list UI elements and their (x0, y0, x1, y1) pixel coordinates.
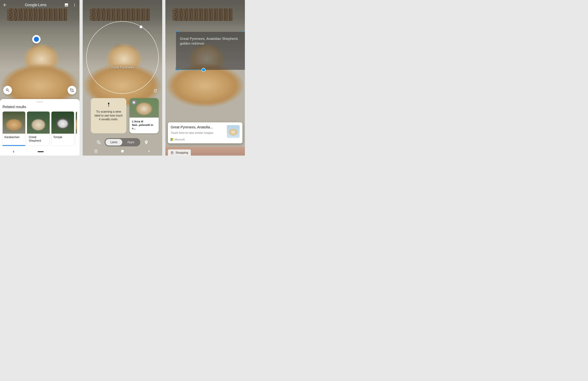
detection-text: Great Pyrenees, Anatolian Shepherd, gold… (176, 32, 245, 51)
nav-back-icon[interactable] (147, 149, 151, 154)
svg-point-1 (74, 5, 75, 5)
top-bar: Google Lens (0, 0, 80, 10)
result-label: Tornjak (51, 134, 74, 142)
results-sheet[interactable]: Related results Karakachan Greek Shepher… (0, 99, 80, 148)
detection-marker[interactable] (32, 35, 41, 44)
result-label: Karakachan (3, 134, 25, 142)
nav-home-pill[interactable] (38, 151, 44, 152)
result-label: Greek Shepherd (27, 134, 50, 146)
svg-point-2 (74, 6, 75, 6)
screen-bing-visual: Great Pyrenees, Anatolian Shepherd, gold… (165, 0, 245, 156)
mode-bar: Lens Apps (83, 138, 162, 146)
result-card[interactable]: Karakachan (2, 112, 25, 146)
app-title: Google Lens (25, 3, 47, 7)
cards-row: Try scanning a wine label to see how muc… (91, 98, 159, 133)
image-badge-icon (131, 100, 137, 105)
detected-label: Great Pyrenees (111, 66, 134, 69)
svg-point-0 (74, 3, 75, 4)
wine-glass-icon (107, 102, 110, 107)
tab-apps[interactable]: Apps (122, 139, 139, 146)
nav-recents-icon[interactable] (93, 149, 98, 154)
result-thumb (51, 112, 74, 134)
screen-google-lens: Google Lens Related results Karakachan (0, 0, 80, 156)
microsoft-logo-icon (171, 138, 173, 141)
translate-icon[interactable] (95, 140, 103, 145)
search-button[interactable] (3, 86, 12, 95)
svg-rect-3 (121, 150, 124, 152)
result-thumb (27, 112, 50, 134)
result-title: L'Arca di Noè...pelosetti in c... (129, 118, 159, 133)
location-icon[interactable] (142, 140, 150, 145)
back-icon[interactable] (2, 2, 7, 7)
result-thumb (76, 112, 77, 134)
circle-handle[interactable] (140, 25, 142, 28)
chip-label: Shopping (175, 151, 188, 155)
detection-box[interactable]: Great Pyrenees, Anatolian Shepherd, gold… (176, 32, 245, 70)
mode-segment: Lens Apps (105, 138, 140, 146)
card-source: Microsoft (171, 138, 224, 141)
refresh-icon[interactable] (153, 89, 158, 93)
tip-text: Try scanning a wine label to see how muc… (94, 110, 123, 121)
crop-button[interactable] (67, 86, 76, 95)
gallery-icon[interactable] (64, 2, 69, 7)
result-card[interactable]: Greek Shepherd (27, 112, 50, 146)
shopping-chip[interactable]: Shopping (168, 149, 191, 156)
nav-home-icon[interactable] (120, 149, 125, 154)
tip-card[interactable]: Try scanning a wine label to see how muc… (91, 98, 126, 133)
overflow-icon[interactable] (72, 2, 77, 7)
tab-lens[interactable]: Lens (105, 139, 122, 146)
card-subtitle: Touch here to view similar images. (171, 131, 224, 135)
visual-result-card[interactable]: L'Arca di Noè...pelosetti in c... (129, 98, 159, 133)
android-nav-bar (0, 148, 80, 156)
card-title: Great Pyrenees, Anatolia... (171, 125, 224, 129)
result-card[interactable]: Tornjak (51, 112, 74, 146)
nav-back-icon[interactable] (11, 149, 16, 154)
detection-circle[interactable] (86, 21, 159, 94)
sheet-handle[interactable] (37, 101, 43, 102)
card-thumb (227, 125, 240, 138)
sheet-title: Related results (2, 105, 77, 109)
screen-bixby-lens: Great Pyrenees Try scanning a wine label… (83, 0, 162, 156)
box-resize-handle[interactable] (202, 68, 206, 72)
result-label: Caucasian Shepherd (76, 134, 77, 142)
result-card[interactable]: Great Pyrenees, Anatolia... Touch here t… (168, 122, 242, 143)
shopping-bag-icon (170, 151, 174, 154)
results-row[interactable]: Karakachan Greek Shepherd Tornjak Caucas… (2, 112, 77, 146)
result-thumb (3, 112, 25, 134)
android-nav-bar (83, 147, 162, 156)
result-card[interactable]: Caucasian Shepherd (76, 112, 77, 146)
